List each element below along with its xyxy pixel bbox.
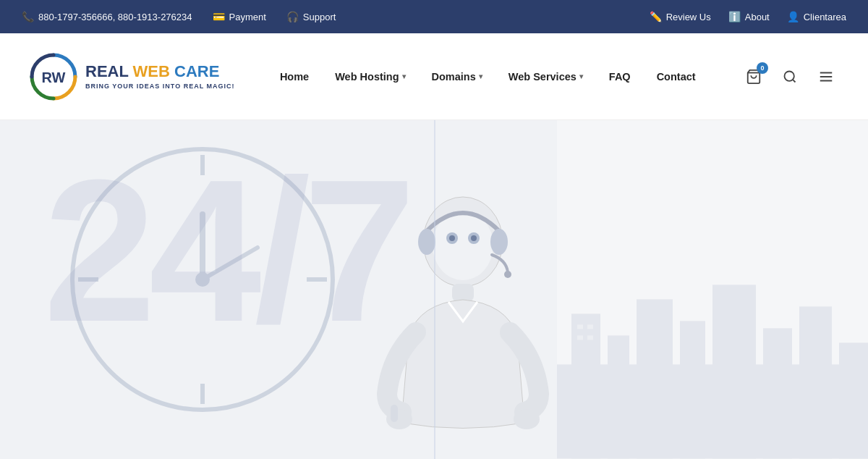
- svg-point-22: [418, 229, 435, 255]
- svg-rect-33: [680, 321, 705, 459]
- svg-point-21: [471, 235, 477, 241]
- svg-point-28: [514, 409, 540, 429]
- city-silhouette: [557, 256, 868, 459]
- hero-right-panel: [557, 120, 868, 459]
- header-icons: 0: [741, 64, 839, 90]
- topbar-left: 📞 880-1797-356666, 880-1913-276234 💳 Pay…: [22, 11, 650, 22]
- logo-care: CARE: [174, 62, 219, 80]
- svg-rect-32: [637, 300, 673, 459]
- payment-link[interactable]: 💳 Payment: [213, 11, 266, 22]
- logo-subtitle: BRING YOUR IDEAS INTO REAL MAGIC!: [85, 83, 235, 90]
- nav-web-services[interactable]: Web Services ▾: [495, 33, 596, 120]
- clientarea-icon: 👤: [787, 11, 799, 22]
- svg-rect-37: [839, 343, 868, 459]
- about-label: About: [745, 12, 770, 22]
- svg-rect-38: [577, 325, 583, 329]
- logo-real: REAL: [85, 62, 133, 80]
- support-icon: 🎧: [286, 11, 299, 22]
- topbar: 📞 880-1797-356666, 880-1913-276234 💳 Pay…: [0, 0, 868, 33]
- menu-button[interactable]: [813, 64, 839, 90]
- review-icon: ✏️: [650, 11, 662, 22]
- nav-domains[interactable]: Domains ▾: [419, 33, 495, 120]
- phone-number: 880-1797-356666, 880-1913-276234: [38, 12, 192, 22]
- cart-count: 0: [757, 62, 768, 74]
- header: RW REAL WEB CARE BRING YOUR IDEAS INTO R…: [0, 33, 868, 120]
- svg-point-23: [490, 229, 508, 255]
- svg-point-26: [386, 409, 412, 429]
- svg-rect-31: [608, 336, 629, 459]
- agent-svg: [369, 148, 557, 459]
- nav-web-hosting[interactable]: Web Hosting ▾: [322, 33, 418, 120]
- svg-line-14: [203, 248, 258, 279]
- svg-point-20: [449, 235, 455, 241]
- hamburger-icon: [818, 69, 834, 85]
- svg-rect-25: [452, 284, 474, 302]
- svg-rect-40: [577, 336, 583, 340]
- svg-rect-39: [587, 325, 593, 329]
- topbar-right: ✏️ Review Us ℹ️ About 👤 Clientarea: [650, 11, 846, 22]
- svg-rect-30: [571, 314, 600, 459]
- logo-link[interactable]: RW REAL WEB CARE BRING YOUR IDEAS INTO R…: [29, 52, 235, 101]
- hero-agent-figure: [354, 120, 571, 459]
- svg-text:RW: RW: [42, 70, 66, 85]
- svg-point-3: [785, 71, 794, 80]
- logo-web: WEB: [133, 62, 174, 80]
- support-link[interactable]: 🎧 Support: [286, 11, 336, 22]
- about-icon: ℹ️: [728, 11, 741, 22]
- domains-chevron: ▾: [479, 72, 482, 80]
- web-hosting-chevron: ▾: [402, 72, 406, 80]
- search-button[interactable]: [777, 64, 803, 90]
- hero-banner: 24/7: [0, 120, 868, 459]
- clientarea-link[interactable]: 👤 Clientarea: [787, 11, 846, 22]
- review-link[interactable]: ✏️ Review Us: [650, 11, 711, 22]
- main-nav: Home Web Hosting ▾ Domains ▾ Web Service…: [235, 33, 741, 120]
- svg-rect-36: [799, 307, 832, 459]
- svg-rect-35: [763, 329, 792, 459]
- nav-contact[interactable]: Contact: [644, 33, 709, 120]
- payment-icon: 💳: [213, 11, 225, 22]
- about-link[interactable]: ℹ️ About: [728, 11, 770, 22]
- cart-button[interactable]: 0: [741, 64, 767, 90]
- logo-icon: RW: [29, 52, 78, 101]
- search-icon: [783, 70, 797, 84]
- nav-faq[interactable]: FAQ: [596, 33, 644, 120]
- clientarea-label: Clientarea: [804, 12, 846, 22]
- hero-divider: [434, 120, 435, 459]
- logo-text: REAL WEB CARE BRING YOUR IDEAS INTO REAL…: [85, 63, 235, 89]
- svg-point-15: [195, 272, 210, 287]
- web-services-chevron: ▾: [579, 72, 583, 80]
- svg-point-24: [504, 271, 511, 278]
- payment-label: Payment: [229, 12, 266, 22]
- svg-line-4: [793, 79, 796, 82]
- review-label: Review Us: [666, 12, 711, 22]
- phone-icon: 📞: [22, 11, 34, 22]
- logo-title: REAL WEB CARE: [85, 63, 235, 80]
- svg-rect-27: [391, 405, 398, 422]
- svg-rect-41: [587, 336, 593, 340]
- nav-home[interactable]: Home: [267, 33, 322, 120]
- clock-watermark: [58, 135, 347, 424]
- svg-rect-34: [712, 285, 756, 459]
- phone-link[interactable]: 📞 880-1797-356666, 880-1913-276234: [22, 11, 192, 22]
- support-label: Support: [303, 12, 336, 22]
